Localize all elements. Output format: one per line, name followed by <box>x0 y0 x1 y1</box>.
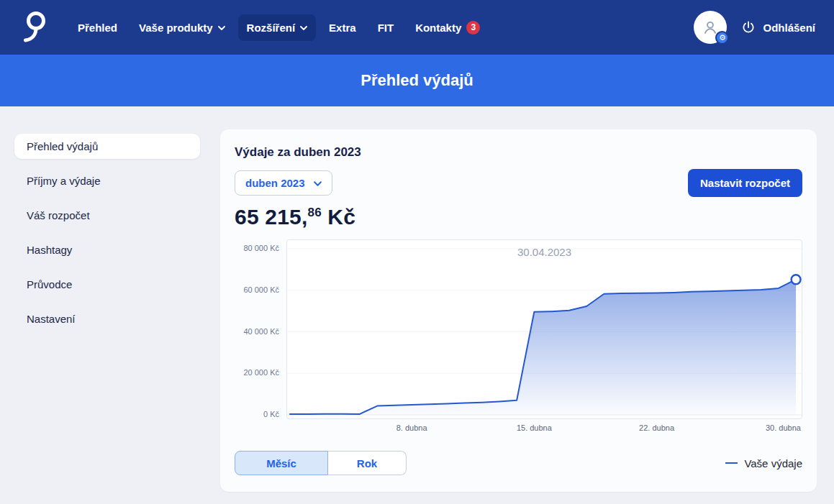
chart-legend: Vaše výdaje <box>725 457 802 469</box>
power-icon <box>741 20 756 35</box>
toggle-month-button[interactable]: Měsíc <box>235 451 328 475</box>
y-axis-tick-label: 80 000 Kč <box>243 244 279 252</box>
chart-footer: Měsíc Rok Vaše výdaje <box>235 451 802 475</box>
x-axis-tick-label: 8. dubna <box>396 423 427 432</box>
sidebar-item-prijmy-a-vydaje[interactable]: Příjmy a výdaje <box>14 168 200 193</box>
x-axis-tick-label: 15. dubna <box>517 423 552 432</box>
nav-item-kontakty[interactable]: Kontakty 3 <box>407 14 489 42</box>
total-amount: 65 215,86 Kč <box>235 205 802 229</box>
sidebar-item-prehled-vydaju[interactable]: Přehled výdajů <box>14 134 200 159</box>
content-area: Přehled výdajů Příjmy a výdaje Váš rozpo… <box>0 106 834 492</box>
x-axis-tick-label: 30. dubna <box>766 423 801 432</box>
y-axis-labels: 0 Kč20 000 Kč40 000 Kč60 000 Kč80 000 Kč <box>235 239 286 419</box>
card-title: Výdaje za duben 2023 <box>235 145 802 160</box>
set-budget-button[interactable]: Nastavit rozpočet <box>688 169 802 197</box>
amount-integer: 65 215, <box>235 205 308 229</box>
nav-item-rozsireni[interactable]: Rozšíření <box>238 14 317 41</box>
nav-item-fit[interactable]: FIT <box>369 14 403 41</box>
period-dropdown[interactable]: duben 2023 <box>235 170 332 196</box>
controls-row: duben 2023 Nastavit rozpočet <box>235 169 802 197</box>
logout-label: Odhlášení <box>763 22 815 34</box>
notification-badge: 3 <box>466 21 480 35</box>
period-dropdown-value: duben 2023 <box>245 177 305 189</box>
chevron-down-icon <box>300 26 307 30</box>
y-axis-tick-label: 60 000 Kč <box>243 285 279 294</box>
logout-button[interactable]: Odhlášení <box>741 20 815 35</box>
chevron-down-icon <box>314 181 322 186</box>
x-axis-labels: 8. dubna15. dubna22. dubna30. dubna <box>286 423 802 438</box>
chart-date-annotation: 30.04.2023 <box>287 246 802 258</box>
spending-chart[interactable]: 30.04.2023 <box>286 239 802 419</box>
legend-line-icon <box>725 462 738 464</box>
user-avatar[interactable]: ⚙ <box>694 11 727 44</box>
sidebar-item-pruvodce[interactable]: Průvodce <box>14 272 200 297</box>
spending-chart-svg <box>287 240 802 420</box>
nav-item-prehled[interactable]: Přehled <box>69 14 126 41</box>
legend-label: Vaše výdaje <box>744 457 802 469</box>
expenses-card: Výdaje za duben 2023 duben 2023 Nastavit… <box>220 129 817 492</box>
amount-decimals: 86 <box>308 206 322 219</box>
app-logo[interactable] <box>19 11 49 44</box>
nav-item-label: Rozšíření <box>247 22 296 34</box>
logo-icon <box>19 11 49 44</box>
nav-item-label: Kontakty <box>415 22 461 34</box>
navbar-right: ⚙ Odhlášení <box>694 11 815 44</box>
sidebar-item-vas-rozpocet[interactable]: Váš rozpočet <box>14 203 200 228</box>
nav-item-vase-produkty[interactable]: Vaše produkty <box>130 14 234 41</box>
y-axis-tick-label: 20 000 Kč <box>243 368 279 377</box>
period-toggle: Měsíc Rok <box>235 451 407 475</box>
page-header: Přehled výdajů <box>0 55 834 106</box>
top-navbar: Přehled Vaše produkty Rozšíření Extra FI… <box>0 0 834 55</box>
gear-icon[interactable]: ⚙ <box>715 31 729 45</box>
chevron-down-icon <box>218 26 225 30</box>
toggle-year-button[interactable]: Rok <box>328 451 407 475</box>
page-title: Přehled výdajů <box>361 71 473 90</box>
main-navigation: Přehled Vaše produkty Rozšíření Extra FI… <box>69 14 694 42</box>
sidebar: Přehled výdajů Příjmy a výdaje Váš rozpo… <box>14 129 200 492</box>
nav-item-label: Vaše produkty <box>139 22 213 34</box>
chart-area: 0 Kč20 000 Kč40 000 Kč60 000 Kč80 000 Kč… <box>235 239 802 419</box>
y-axis-tick-label: 40 000 Kč <box>243 327 279 336</box>
sidebar-item-hashtagy[interactable]: Hashtagy <box>14 237 200 262</box>
nav-item-extra[interactable]: Extra <box>320 14 365 41</box>
x-axis-tick-label: 22. dubna <box>639 423 674 432</box>
y-axis-tick-label: 0 Kč <box>263 410 279 418</box>
sidebar-item-nastaveni[interactable]: Nastavení <box>14 306 200 331</box>
amount-currency: Kč <box>327 205 355 229</box>
